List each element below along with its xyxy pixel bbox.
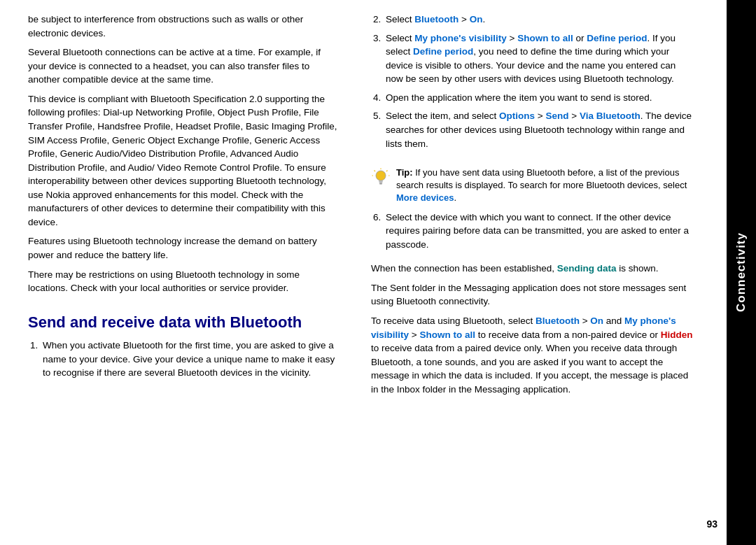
page-number: 93 bbox=[706, 517, 718, 531]
link-visibility-2: My phone's visibility bbox=[371, 316, 676, 340]
svg-point-0 bbox=[376, 171, 386, 181]
link-bluetooth-2: Bluetooth bbox=[414, 14, 458, 24]
link-visibility: My phone's visibility bbox=[414, 33, 507, 43]
list-item-5: Select the item, and select Options > Se… bbox=[384, 109, 693, 150]
tip-icon bbox=[371, 168, 391, 187]
link-shown-to-all-2: Shown to all bbox=[419, 330, 475, 340]
left-para-1: be subject to interference from obstruct… bbox=[28, 13, 340, 40]
link-bluetooth-3: Bluetooth bbox=[536, 316, 580, 326]
list-item-3: Select My phone's visibility > Shown to … bbox=[384, 31, 693, 86]
side-tab: Connectivity bbox=[727, 0, 756, 545]
left-para-2: Several Bluetooth connections can be act… bbox=[28, 45, 340, 87]
right-column: Select Bluetooth > On. Select My phone's… bbox=[357, 0, 714, 545]
svg-rect-2 bbox=[379, 182, 383, 183]
link-shown-to-all: Shown to all bbox=[517, 33, 573, 43]
svg-rect-3 bbox=[379, 183, 382, 185]
right-para-2: The Sent folder in the Messaging applica… bbox=[371, 281, 693, 309]
list-item-4: Open the application where the item you … bbox=[384, 91, 693, 105]
link-on-3: On bbox=[590, 316, 603, 326]
svg-line-6 bbox=[386, 171, 388, 172]
right-ordered-list-2: Select the device with which you want to… bbox=[371, 211, 693, 257]
link-via-bluetooth: Via Bluetooth bbox=[580, 111, 640, 121]
page-container: be subject to interference from obstruct… bbox=[0, 0, 756, 545]
link-more-devices: More devices bbox=[396, 192, 454, 203]
left-para-5: There may be restrictions on using Bluet… bbox=[28, 268, 340, 295]
right-para-3: To receive data using Bluetooth, select … bbox=[371, 314, 693, 396]
svg-rect-1 bbox=[379, 181, 383, 182]
link-options: Options bbox=[499, 111, 535, 121]
tip-text: Tip: If you have sent data using Bluetoo… bbox=[396, 167, 693, 205]
left-para-3: This device is compliant with Bluetooth … bbox=[28, 92, 340, 229]
right-ordered-list: Select Bluetooth > On. Select My phone's… bbox=[371, 13, 693, 155]
link-hidden: Hidden bbox=[661, 330, 693, 340]
section-title: Send and receive data with Bluetooth bbox=[28, 313, 340, 332]
tip-box: Tip: If you have sent data using Bluetoo… bbox=[371, 167, 693, 205]
svg-line-5 bbox=[374, 171, 376, 172]
right-para-1: When the connection has been established… bbox=[371, 262, 693, 276]
link-sending-data: Sending data bbox=[557, 263, 617, 274]
link-send: Send bbox=[545, 111, 568, 121]
list-item-1: When you activate Bluetooth for the firs… bbox=[41, 339, 340, 380]
list-item-6: Select the device with which you want to… bbox=[384, 211, 693, 252]
left-ordered-list: When you activate Bluetooth for the firs… bbox=[28, 339, 340, 385]
tip-bold-label: Tip: bbox=[396, 167, 413, 178]
left-para-4: Features using Bluetooth technology incr… bbox=[28, 234, 340, 262]
side-tab-label: Connectivity bbox=[733, 232, 750, 312]
left-column: be subject to interference from obstruct… bbox=[0, 0, 357, 545]
list-item-2: Select Bluetooth > On. bbox=[384, 13, 693, 27]
link-define-period-2: Define period bbox=[413, 46, 473, 57]
link-on-2: On bbox=[470, 14, 483, 24]
link-define-period-1: Define period bbox=[587, 33, 647, 43]
